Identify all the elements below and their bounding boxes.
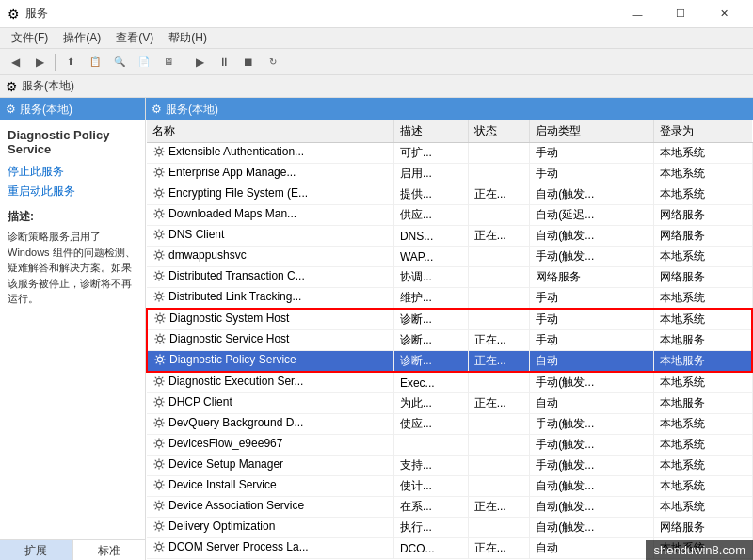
toolbar: ◀ ▶ ⬆ 📋 🔍 📄 🖥 ▶ ⏸ ⏹ ↻ [0,49,753,75]
service-status-cell: 正在... [468,538,530,559]
table-row[interactable]: Distributed Transaction C...协调...网络服务网络服… [147,267,752,288]
col-header-status: 状态 [468,120,530,143]
col-header-desc: 描述 [393,120,468,143]
service-status-cell: 正在... [468,497,530,518]
service-name-cell: Distributed Transaction C... [147,267,393,288]
table-row[interactable]: Diagnostic Service Host诊断...正在...手动本地服务 [147,330,752,351]
maximize-button[interactable]: ☐ [659,0,702,28]
sidebar-header: ⚙ 服务(本地) [0,98,145,120]
toolbar-pause[interactable]: ⏸ [213,52,235,72]
menu-view[interactable]: 查看(V) [108,28,161,48]
window-title: 服务 [25,6,48,22]
content-header: ⚙ 服务(本地) [146,98,753,120]
svg-point-13 [156,420,161,424]
service-desc-cell: 执行... [393,518,468,538]
service-login-cell: 本地系统 [653,476,752,497]
table-row[interactable]: Device Install Service使计...自动(触发...本地系统 [147,476,752,497]
table-row[interactable]: dmwappushsvcWAP...手动(触发...本地系统 [147,247,752,267]
table-row[interactable]: Downloaded Maps Man...供应...自动(延迟...网络服务 [147,205,752,226]
tab-standard[interactable]: 标准 [73,540,146,560]
table-row[interactable]: DNS ClientDNS...正在...自动(触发...网络服务 [147,226,752,247]
toolbar-prop[interactable]: 🖥 [157,52,180,72]
toolbar-back[interactable]: ◀ [4,52,26,72]
svg-point-15 [156,461,161,466]
service-login-cell: 本地系统 [653,372,752,393]
service-name-cell: Distributed Link Tracking... [147,288,393,310]
table-row[interactable]: Distributed Link Tracking...维护...手动本地系统 [147,288,752,310]
toolbar-show-hide[interactable]: 📋 [84,52,106,72]
sidebar-header-text: 服务(本地) [20,102,72,118]
minimize-button[interactable]: — [616,0,659,28]
col-header-name: 名称 [147,120,393,143]
service-startup-cell: 自动(触发... [530,184,653,205]
table-row[interactable]: Enterprise App Manage...启用...手动本地系统 [147,164,752,184]
svg-point-2 [156,190,161,195]
table-row[interactable]: DHCP Client为此...正在...自动本地服务 [147,393,752,414]
service-startup-cell: 自动 [530,351,653,373]
watermark: shenduwin8.com [646,540,753,560]
table-row[interactable]: DevicesFlow_e9ee967手动(触发...本地系统 [147,435,752,456]
services-table[interactable]: 名称 描述 状态 启动类型 登录为 Extensible Authenticat… [146,120,753,560]
service-desc-cell: Exec... [393,372,468,393]
menu-action[interactable]: 操作(A) [56,28,108,48]
service-status-cell [468,518,530,538]
toolbar-stop[interactable]: ⏹ [237,52,260,72]
toolbar-play[interactable]: ▶ [188,52,211,72]
table-row[interactable]: DevQuery Background D...使应...手动(触发...本地系… [147,414,752,435]
address-bar: ⚙ 服务(本地) [0,75,753,98]
service-login-cell: 本地系统 [653,456,752,476]
close-button[interactable]: ✕ [702,0,745,28]
service-status-cell [468,372,530,393]
toolbar-export[interactable]: 📄 [133,52,155,72]
sidebar-stop-link[interactable]: 停止此服务 [8,164,137,180]
service-status-cell [468,164,530,184]
toolbar-restart[interactable]: ↻ [262,52,284,72]
service-login-cell: 网络服务 [653,226,752,247]
service-desc-cell: 使计... [393,476,468,497]
service-status-cell [468,247,530,267]
table-row[interactable]: Extensible Authentication...可扩...手动本地系统 [147,143,752,164]
service-login-cell: 本地服务 [653,393,752,414]
service-desc-cell: 协调... [393,267,468,288]
service-login-cell: 本地系统 [653,414,752,435]
service-name-cell: Diagnostic Policy Service [147,351,393,373]
service-status-cell [468,456,530,476]
service-startup-cell: 手动(触发... [530,247,653,267]
menu-help[interactable]: 帮助(H) [161,28,215,48]
sidebar-restart-link[interactable]: 重启动此服务 [8,184,137,200]
service-startup-cell: 自动(触发... [530,226,653,247]
tab-expand[interactable]: 扩展 [0,540,73,560]
menu-bar: 文件(F) 操作(A) 查看(V) 帮助(H) [0,28,753,49]
service-login-cell: 本地系统 [653,435,752,456]
service-desc-cell [393,435,468,456]
service-desc-cell: DCO... [393,538,468,559]
service-status-cell [468,476,530,497]
service-status-cell: 正在... [468,330,530,351]
svg-point-18 [156,523,161,528]
toolbar-search[interactable]: 🔍 [108,52,131,72]
table-row[interactable]: Device Association Service在系...正在...自动(触… [147,497,752,518]
content-area: ⚙ 服务(本地) 名称 描述 状态 启动类型 登录为 Extensible Au… [146,98,753,560]
service-login-cell: 本地系统 [653,184,752,205]
svg-point-14 [156,440,161,445]
service-status-cell [468,435,530,456]
table-row[interactable]: Diagnostic Policy Service诊断...正在...自动本地服… [147,351,752,373]
svg-point-1 [156,169,161,174]
table-row[interactable]: Delivery Optimization执行...自动(触发...网络服务 [147,518,752,538]
table-row[interactable]: Device Setup Manager支持...手动(触发...本地系统 [147,456,752,476]
service-name-cell: DNS Client [147,226,393,247]
service-startup-cell: 手动 [530,164,653,184]
service-startup-cell: 自动(触发... [530,476,653,497]
toolbar-forward[interactable]: ▶ [28,52,51,72]
table-row[interactable]: Diagnostic Execution Ser...Exec...手动(触发.… [147,372,752,393]
service-startup-cell: 手动(触发... [530,414,653,435]
svg-point-7 [156,294,161,298]
toolbar-up[interactable]: ⬆ [59,52,82,72]
table-row[interactable]: Diagnostic System Host诊断...手动本地系统 [147,309,752,330]
service-desc-cell: 在系... [393,497,468,518]
table-row[interactable]: Encrypting File System (E...提供...正在...自动… [147,184,752,205]
service-startup-cell: 手动 [530,330,653,351]
menu-file[interactable]: 文件(F) [4,28,56,48]
service-name-cell: Diagnostic Execution Ser... [147,372,393,393]
service-login-cell: 本地服务 [653,351,752,373]
